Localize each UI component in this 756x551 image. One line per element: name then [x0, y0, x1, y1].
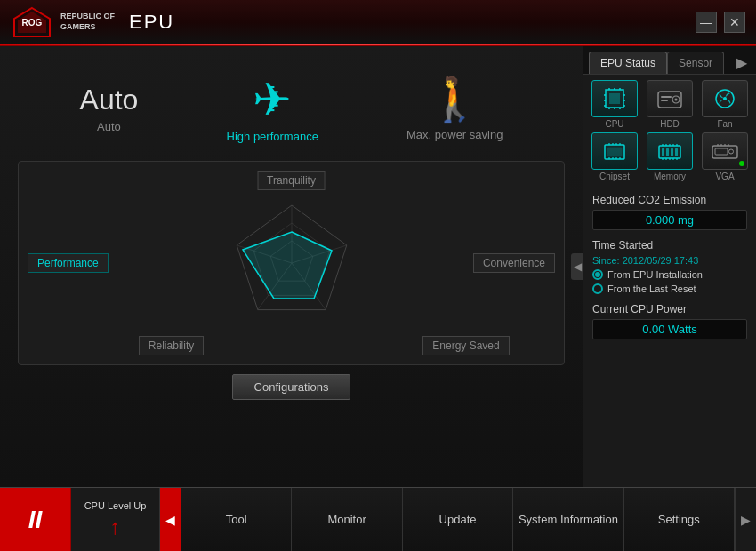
radar-label-convenience: Convenience	[473, 253, 555, 273]
cpu-arrow-icon: ↑	[110, 515, 121, 539]
next-icon: ▶	[741, 513, 751, 527]
sensor-label-vga: VGA	[715, 172, 734, 181]
memory-icon	[655, 139, 684, 164]
co2-title: Reduced CO2 Emission	[592, 194, 747, 206]
hdd-icon	[655, 86, 684, 111]
radio-group: From EPU Installation From the Last Rese…	[592, 269, 747, 294]
vga-icon	[711, 139, 739, 164]
nav-tool-button[interactable]: Tool	[181, 488, 292, 551]
prev-icon: ◀	[165, 513, 175, 527]
sensor-label-fan: Fan	[717, 119, 732, 129]
fan-icon	[711, 86, 739, 111]
app-title: EPU	[129, 11, 174, 34]
cpu-power-title: Current CPU Power	[592, 303, 747, 315]
rog-logo-icon: ROG	[11, 6, 53, 38]
sensor-item-cpu[interactable]: CPU	[589, 80, 640, 129]
bottom-nav: Tool Monitor Update System Information S…	[181, 488, 735, 551]
time-started-title: Time Started	[592, 239, 747, 252]
collapse-arrow[interactable]: ◀	[571, 253, 583, 280]
cpu-level-up-button[interactable]: CPU Level Up ↑	[71, 488, 160, 551]
max-power-saving-label: Max. power saving	[406, 128, 503, 141]
close-button[interactable]: ✕	[724, 12, 745, 33]
tab-sensor[interactable]: Sensor	[667, 52, 724, 74]
sensor-icon-box-vga	[702, 132, 748, 170]
radar-svg	[221, 192, 363, 334]
sensor-label-chipset: Chipset	[599, 172, 630, 181]
cpu-icon	[600, 86, 629, 111]
plane-icon: ✈	[227, 73, 318, 126]
nav-update-button[interactable]: Update	[403, 488, 513, 551]
walker-icon: 🚶	[406, 75, 503, 124]
mode-auto-label: Auto	[80, 120, 139, 133]
sensor-icons-grid: CPU HDD	[583, 75, 756, 187]
configurations-button[interactable]: Configurations	[232, 374, 351, 400]
nav-monitor-button[interactable]: Monitor	[292, 488, 402, 551]
svg-point-33	[723, 97, 727, 100]
radar-chart-area: Tranquility Performance Convenience Reli…	[18, 161, 565, 365]
cpu-level-up-icon-area: ↑	[110, 515, 121, 539]
bottom-bar: II CPU Level Up ↑ ◀ Tool Monitor Update …	[0, 487, 756, 551]
svg-rect-31	[661, 100, 668, 101]
sensor-item-hdd[interactable]: HDD	[644, 80, 696, 129]
sensor-item-vga[interactable]: VGA	[699, 132, 751, 181]
bottom-logo: II	[0, 488, 71, 551]
svg-rect-35	[607, 148, 622, 156]
radio-from-reset[interactable]: From the Last Reset	[592, 283, 747, 294]
right-panel-info: Reduced CO2 Emission 0.000 mg Time Start…	[583, 187, 756, 487]
mode-high-performance[interactable]: ✈ High performance	[227, 73, 318, 143]
sensor-icon-box-hdd	[647, 80, 693, 117]
left-panel: Auto Auto ✈ High performance 🚶 Max. powe…	[0, 46, 583, 487]
sensor-item-memory[interactable]: Memory	[644, 132, 696, 181]
right-panel: ◀ EPU Status Sensor ▶	[583, 46, 756, 487]
cpu-level-up-label: CPU Level Up	[84, 500, 147, 511]
main-content: Auto Auto ✈ High performance 🚶 Max. powe…	[0, 46, 756, 487]
radio-epu-circle	[592, 269, 603, 280]
co2-value: 0.000 mg	[592, 210, 747, 230]
mode-auto: Auto Auto	[80, 84, 139, 133]
sensor-item-chipset[interactable]: Chipset	[589, 132, 640, 181]
radio-reset-circle	[592, 283, 603, 294]
sensor-icon-box-cpu	[591, 80, 638, 117]
svg-point-29	[675, 99, 678, 101]
mode-max-power-saving[interactable]: 🚶 Max. power saving	[406, 75, 503, 141]
minimize-button[interactable]: —	[696, 12, 717, 33]
logo-area: ROG REPUBLIC OF GAMERS	[11, 6, 115, 38]
title-bar: ROG REPUBLIC OF GAMERS EPU — ✕	[0, 0, 756, 46]
tab-epu-status[interactable]: EPU Status	[589, 52, 667, 74]
cpu-power-section: Current CPU Power 0.00 Watts	[592, 303, 747, 339]
sensor-icon-box-fan	[702, 80, 748, 117]
svg-rect-14	[609, 93, 620, 104]
radio-reset-label: From the Last Reset	[607, 283, 696, 294]
svg-rect-60	[715, 148, 728, 155]
sensor-label-hdd: HDD	[660, 119, 680, 129]
nav-prev-button[interactable]: ◀	[160, 488, 181, 551]
svg-rect-46	[666, 148, 669, 156]
nav-next-button[interactable]: ▶	[735, 488, 756, 551]
chipset-icon	[600, 139, 629, 164]
time-started-date: Since: 2012/05/29 17:43	[592, 255, 747, 266]
nav-system-info-button[interactable]: System Information	[513, 488, 623, 551]
svg-marker-12	[243, 232, 332, 299]
logo-text: REPUBLIC OF GAMERS	[60, 12, 115, 32]
nav-settings-button[interactable]: Settings	[624, 488, 735, 551]
tab-nav-arrow[interactable]: ▶	[733, 54, 751, 71]
mode-auto-title: Auto	[80, 84, 139, 116]
svg-rect-30	[661, 96, 672, 98]
cpu-power-value: 0.00 Watts	[592, 319, 747, 339]
svg-rect-45	[662, 148, 664, 156]
svg-rect-48	[675, 148, 678, 156]
sensor-item-fan[interactable]: Fan	[699, 80, 751, 129]
radar-label-tranquility: Tranquility	[257, 171, 326, 190]
svg-point-61	[729, 149, 734, 154]
co2-section: Reduced CO2 Emission 0.000 mg	[592, 194, 747, 230]
bottom-logo-text: II	[28, 506, 43, 534]
radio-epu-label: From EPU Installation	[607, 269, 703, 280]
radio-from-epu[interactable]: From EPU Installation	[592, 269, 747, 280]
radar-label-performance: Performance	[28, 253, 109, 273]
time-started-section: Time Started Since: 2012/05/29 17:43 Fro…	[592, 239, 747, 294]
sensor-label-memory: Memory	[654, 172, 686, 181]
svg-rect-47	[671, 148, 673, 156]
svg-text:ROG: ROG	[22, 18, 43, 28]
radar-label-energy-saved: Energy Saved	[422, 336, 509, 355]
window-controls: — ✕	[696, 12, 745, 33]
